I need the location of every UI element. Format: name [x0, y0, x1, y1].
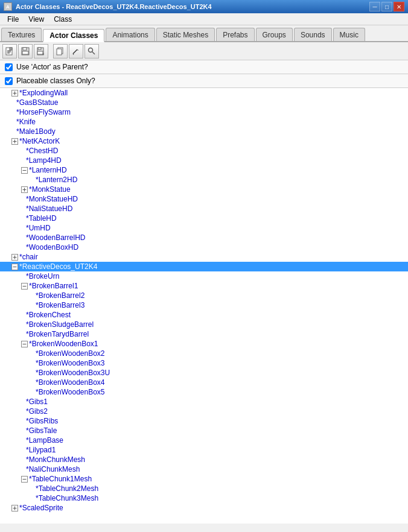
- tree-expand-icon[interactable]: [19, 339, 29, 349]
- minimize-button[interactable]: ─: [369, 2, 380, 11]
- tree-expand-icon[interactable]: [29, 175, 36, 185]
- tree-item[interactable]: *WoodenBarrelHD: [0, 233, 408, 242]
- tree-item[interactable]: *NaliChunkMesh: [0, 464, 408, 474]
- tree-item[interactable]: *ReactiveDecos_UT2K4: [0, 262, 408, 271]
- tree-item[interactable]: *chair: [0, 252, 408, 262]
- tree-item[interactable]: *Knife: [0, 117, 408, 127]
- tab-textures[interactable]: Textures: [1, 28, 42, 41]
- tree-item[interactable]: *Male1Body: [0, 127, 408, 136]
- menu-view[interactable]: View: [24, 14, 49, 25]
- tree-item[interactable]: *HorseFlySwarm: [0, 107, 408, 117]
- tree-item[interactable]: *GibsTale: [0, 426, 408, 435]
- tree-expand-icon[interactable]: [10, 98, 16, 107]
- toolbar-edit-btn[interactable]: [69, 44, 83, 59]
- tree-expand-icon[interactable]: [10, 127, 16, 136]
- tree-item[interactable]: *LampBase: [0, 435, 408, 445]
- tree-expand-icon[interactable]: [19, 455, 26, 464]
- tree-item[interactable]: *BrokenWoodenBox2: [0, 349, 408, 358]
- tree-item[interactable]: *GibsRibs: [0, 416, 408, 426]
- tree-item[interactable]: *TableHD: [0, 214, 408, 223]
- tree-expand-icon[interactable]: [19, 156, 26, 165]
- tree-item[interactable]: *Gibs1: [0, 397, 408, 407]
- tree-expand-icon[interactable]: [19, 416, 26, 426]
- tree-view[interactable]: *ExplodingWall*GasBStatue*HorseFlySwarm*…: [0, 88, 408, 524]
- tree-item[interactable]: *WoodenBoxHD: [0, 242, 408, 252]
- tree-item[interactable]: *NaliStatueHD: [0, 204, 408, 214]
- toolbar-saveas-btn[interactable]: +: [34, 44, 48, 59]
- tree-expand-icon[interactable]: [19, 435, 26, 445]
- tree-item[interactable]: *MonkStatue: [0, 185, 408, 194]
- tree-item[interactable]: *NetKActorK: [0, 136, 408, 146]
- tree-item[interactable]: *MonkStatueHD: [0, 194, 408, 204]
- tab-static-meshes[interactable]: Static Meshes: [156, 28, 215, 41]
- tab-animations[interactable]: Animations: [106, 28, 155, 41]
- tree-expand-icon[interactable]: [19, 310, 26, 320]
- tree-expand-icon[interactable]: [19, 281, 29, 291]
- toolbar-new-btn[interactable]: [2, 44, 17, 59]
- tree-item[interactable]: *Gibs2: [0, 407, 408, 416]
- tab-sounds[interactable]: Sounds: [294, 28, 332, 41]
- tree-expand-icon[interactable]: [19, 407, 26, 416]
- tree-item[interactable]: *BrokenWoodenBox4: [0, 378, 408, 387]
- maximize-button[interactable]: □: [381, 2, 392, 11]
- tree-item[interactable]: *BrokenChest: [0, 310, 408, 320]
- tree-item[interactable]: *BrokenBarrel3: [0, 300, 408, 310]
- tree-expand-icon[interactable]: [29, 358, 36, 368]
- tree-item[interactable]: *Lamp4HD: [0, 156, 408, 165]
- use-actor-parent-label[interactable]: Use 'Actor' as Parent?: [16, 63, 88, 71]
- tree-expand-icon[interactable]: [19, 165, 29, 175]
- tree-expand-icon[interactable]: [29, 291, 36, 300]
- tree-expand-icon[interactable]: [19, 204, 26, 214]
- tab-prefabs[interactable]: Prefabs: [216, 28, 254, 41]
- tree-item[interactable]: *ChestHD: [0, 146, 408, 156]
- tree-expand-icon[interactable]: [29, 378, 36, 387]
- tree-item[interactable]: *MonkChunkMesh: [0, 455, 408, 464]
- tree-expand-icon[interactable]: [29, 368, 36, 378]
- tree-expand-icon[interactable]: [19, 223, 26, 233]
- tree-item[interactable]: *Lilypad1: [0, 445, 408, 455]
- tree-expand-icon[interactable]: [19, 233, 26, 242]
- tree-expand-icon[interactable]: [19, 426, 26, 435]
- tree-item[interactable]: *Lantern2HD: [0, 175, 408, 185]
- tree-expand-icon[interactable]: [29, 300, 36, 310]
- tree-expand-icon[interactable]: [10, 136, 19, 146]
- tree-expand-icon[interactable]: [29, 387, 36, 397]
- tree-item[interactable]: *BrokenWoodenBox3: [0, 358, 408, 368]
- tree-item[interactable]: *UmHD: [0, 223, 408, 233]
- toolbar-save-btn[interactable]: [18, 44, 33, 59]
- tree-expand-icon[interactable]: [29, 493, 36, 503]
- tree-expand-icon[interactable]: [29, 349, 36, 358]
- tree-item[interactable]: *LanternHD: [0, 165, 408, 175]
- tree-expand-icon[interactable]: [19, 214, 26, 223]
- tree-expand-icon[interactable]: [19, 464, 26, 474]
- tree-expand-icon[interactable]: [10, 262, 19, 271]
- placeable-only-label[interactable]: Placeable classes Only?: [16, 77, 95, 85]
- tree-item[interactable]: *TableChunk3Mesh: [0, 493, 408, 503]
- tree-expand-icon[interactable]: [19, 194, 26, 204]
- tree-expand-icon[interactable]: [19, 329, 26, 339]
- tree-item[interactable]: *BrokeUrn: [0, 271, 408, 281]
- tab-music[interactable]: Music: [333, 28, 365, 41]
- tree-expand-icon[interactable]: [10, 252, 19, 262]
- tree-expand-icon[interactable]: [19, 397, 26, 407]
- use-actor-parent-checkbox[interactable]: [5, 63, 13, 71]
- tree-expand-icon[interactable]: [10, 88, 19, 98]
- toolbar-copy-btn[interactable]: [53, 44, 68, 59]
- tree-expand-icon[interactable]: [10, 117, 16, 127]
- tree-item[interactable]: *BrokenBarrel2: [0, 291, 408, 300]
- tree-item[interactable]: *BrokenBarrel1: [0, 281, 408, 291]
- tree-item[interactable]: *GasBStatue: [0, 98, 408, 107]
- tree-item[interactable]: *ExplodingWall: [0, 88, 408, 98]
- tree-item[interactable]: *TableChunk1Mesh: [0, 474, 408, 484]
- tab-actor-classes[interactable]: Actor Classes: [43, 29, 104, 42]
- menu-file[interactable]: File: [2, 14, 24, 25]
- tree-item[interactable]: *BrokenSludgeBarrel: [0, 320, 408, 329]
- tree-expand-icon[interactable]: [19, 474, 29, 484]
- tree-item[interactable]: *TableChunk2Mesh: [0, 484, 408, 493]
- menu-class[interactable]: Class: [49, 14, 77, 25]
- tree-expand-icon[interactable]: [19, 146, 26, 156]
- close-button[interactable]: ✕: [394, 2, 404, 11]
- toolbar-find-btn[interactable]: [84, 44, 99, 59]
- tree-item[interactable]: *BrokenWoodenBox3U: [0, 368, 408, 378]
- tree-item[interactable]: *BrokenWoodenBox1: [0, 339, 408, 349]
